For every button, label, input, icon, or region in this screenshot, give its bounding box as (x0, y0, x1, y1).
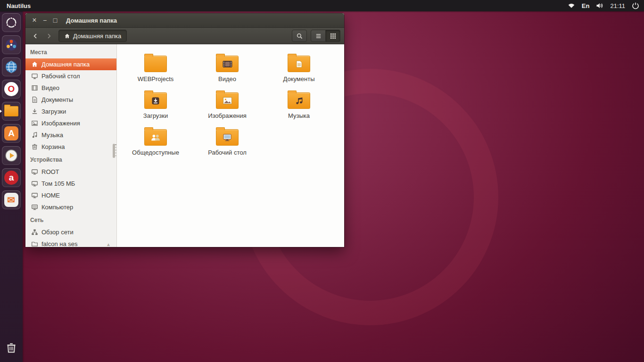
scroll-up-arrow[interactable]: ▲ (106, 242, 111, 247)
file-item-documents[interactable]: Документы (263, 52, 335, 89)
software-center-icon[interactable]: A (2, 124, 21, 143)
indicator-area: En21:11 (568, 2, 644, 9)
download-emblem-icon (145, 93, 166, 108)
sidebar-item-label: Том 105 МБ (41, 180, 75, 187)
keyboard-layout-indicator[interactable]: En (582, 2, 590, 9)
window-controls: ×−□ (29, 15, 60, 25)
file-label: Музыка (288, 112, 310, 119)
image-icon (31, 120, 38, 127)
forward-button[interactable] (42, 30, 55, 41)
sidebar-item-downloads[interactable]: Загрузки (25, 106, 116, 117)
window-titlebar[interactable]: ×−□ Домашняя папка (25, 13, 344, 28)
view-list-button[interactable] (311, 30, 326, 42)
file-item-downloads[interactable]: Загрузки (120, 89, 191, 125)
close-button[interactable]: × (29, 15, 40, 25)
wifi-icon[interactable] (568, 2, 575, 9)
mail-client-icon[interactable]: ✉ (2, 190, 21, 209)
file-label: Общедоступные (132, 149, 179, 156)
image-emblem-icon (216, 93, 238, 108)
nav-buttons (29, 30, 55, 41)
desktop-emblem-icon (216, 130, 238, 145)
breadcrumb[interactable]: Домашняя папка (58, 30, 127, 42)
sidebar-item-documents[interactable]: Документы (25, 94, 116, 106)
file-label: Видео (218, 75, 236, 82)
software-glyph: A (4, 126, 18, 140)
network-icon (31, 229, 38, 236)
sidebar-item-label: falcon на ses (41, 240, 78, 247)
session-menu-icon[interactable] (632, 2, 639, 9)
drive-icon (31, 180, 38, 187)
sidebar-item-trash[interactable]: Корзина (25, 141, 116, 153)
video-emblem-icon (216, 56, 238, 72)
sidebar-item-pictures[interactable]: Изображения (25, 117, 116, 129)
sidebar-item-label: Домашняя папка (41, 61, 90, 68)
folder-glyph (4, 106, 18, 116)
volume-icon[interactable] (596, 2, 603, 9)
sidebar-item-label: Рабочий стол (41, 73, 80, 80)
dash-home-button[interactable] (2, 13, 21, 32)
back-button[interactable] (29, 30, 41, 41)
computer-icon (31, 204, 38, 211)
view-toggle-group (311, 30, 340, 42)
file-item-public[interactable]: Общедоступные (120, 125, 191, 162)
doc-emblem-icon (288, 56, 310, 72)
files-nautilus-icon[interactable] (2, 102, 21, 121)
file-item-webprojects[interactable]: WEBProjects (120, 52, 191, 89)
sidebar-item-root[interactable]: ROOT (25, 166, 116, 178)
file-label: WEBProjects (138, 75, 174, 82)
opera-browser-icon[interactable]: O (2, 80, 21, 99)
view-grid-button[interactable] (326, 30, 340, 42)
sidebar: ▲ МестаДомашняя папкаРабочий столВидеоДо… (25, 44, 117, 247)
sidebar-section-title: Места (25, 45, 116, 58)
minimize-button[interactable]: − (40, 15, 50, 25)
file-item-pictures[interactable]: Изображения (191, 89, 263, 125)
sidebar-section-title: Устройства (25, 153, 116, 166)
file-item-videos[interactable]: Видео (191, 52, 263, 89)
sidebar-item-label: Изображения (41, 120, 80, 127)
sidebar-item-label: Документы (41, 96, 73, 103)
sidebar-item-label: Видео (41, 84, 59, 91)
active-app-name[interactable]: Nautilus (7, 2, 31, 9)
sidebar-item-desktop[interactable]: Рабочий стол (25, 70, 116, 82)
folder-icon (144, 129, 167, 146)
breadcrumb-label: Домашняя папка (73, 33, 121, 40)
unity-launcher: OAa✉ (0, 11, 23, 362)
sidebar-item-label: Загрузки (41, 108, 66, 115)
film-icon (31, 84, 38, 91)
sidebar-scrollbar-thumb[interactable] (113, 144, 115, 158)
share-icon (31, 240, 38, 247)
launcher-trash-icon[interactable] (2, 338, 21, 357)
search-button[interactable] (292, 30, 307, 42)
sidebar-item-home-volume[interactable]: HOME (25, 189, 116, 201)
sidebar-item-videos[interactable]: Видео (25, 82, 116, 94)
sidebar-item-music[interactable]: Музыка (25, 129, 116, 141)
sidebar-item-label: Корзина (41, 143, 65, 150)
folder-icon (216, 129, 239, 146)
window-body: ▲ МестаДомашняя папкаРабочий столВидеоДо… (25, 44, 344, 247)
sidebar-item-label: ROOT (41, 168, 59, 175)
sidebar-item-network-share[interactable]: falcon на ses (25, 238, 116, 247)
app-a-glyph: a (4, 171, 18, 185)
clock[interactable]: 21:11 (610, 2, 625, 9)
file-item-desktop[interactable]: Рабочий стол (191, 125, 263, 162)
top-panel: Nautilus En21:11 (0, 0, 644, 11)
sidebar-item-volume-105[interactable]: Том 105 МБ (25, 178, 116, 189)
sidebar-item-computer[interactable]: Компьютер (25, 201, 116, 213)
sidebar-item-network-browse[interactable]: Обзор сети (25, 226, 116, 238)
file-label: Изображения (208, 112, 247, 119)
toolbar-right (292, 30, 340, 42)
web-browser-icon[interactable] (2, 58, 21, 76)
media-player-icon[interactable] (2, 146, 21, 165)
sidebar-item-home[interactable]: Домашняя папка (25, 58, 116, 70)
sidebar-item-label: Обзор сети (41, 229, 74, 236)
folder-icon (144, 92, 167, 109)
software-suite-icon[interactable] (2, 35, 21, 54)
drive-icon (31, 168, 38, 175)
file-label: Документы (283, 75, 314, 82)
sidebar-item-label: Компьютер (41, 204, 73, 211)
app-a-icon[interactable]: a (2, 168, 21, 187)
maximize-button[interactable]: □ (50, 15, 60, 25)
file-item-music[interactable]: Музыка (263, 89, 335, 125)
window-title: Домашняя папка (66, 17, 117, 24)
folder-icon (288, 92, 310, 109)
